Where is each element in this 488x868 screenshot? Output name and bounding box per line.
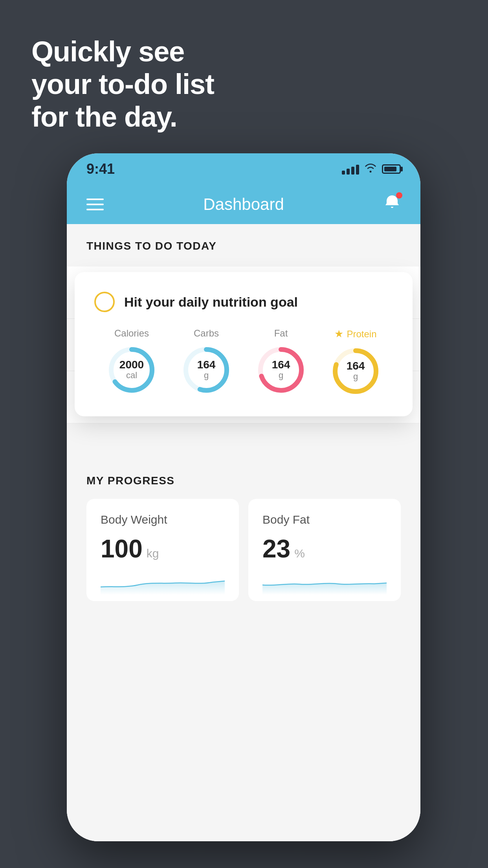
- body-fat-chart: [262, 571, 387, 595]
- progress-cards: Body Weight 100 kg: [86, 499, 401, 601]
- bell-icon[interactable]: [383, 194, 401, 215]
- nutrition-card: Hit your daily nutrition goal Calories: [75, 272, 413, 416]
- nutrition-calories: Calories 2000 cal: [106, 328, 157, 395]
- body-fat-card: Body Fat 23 %: [248, 499, 401, 601]
- nutrition-fat: Fat 164 g: [255, 328, 306, 395]
- fat-donut: 164 g: [255, 344, 306, 395]
- progress-title: MY PROGRESS: [86, 474, 174, 487]
- carbs-unit: g: [197, 370, 216, 381]
- calories-donut: 2000 cal: [106, 344, 157, 395]
- nutrition-protein: ★ Protein 164 g: [330, 328, 381, 397]
- battery-icon: [382, 164, 401, 174]
- main-content: THINGS TO DO TODAY Hit your daily nutrit…: [67, 224, 420, 841]
- nav-bar: Dashboard: [67, 185, 420, 224]
- body-weight-chart: [101, 571, 225, 595]
- carbs-donut: 164 g: [181, 344, 232, 395]
- fat-value: 164: [272, 359, 290, 370]
- carbs-value: 164: [197, 359, 216, 370]
- nutrition-checkbox[interactable]: [94, 292, 115, 312]
- status-time: 9:41: [86, 161, 115, 177]
- body-weight-card: Body Weight 100 kg: [86, 499, 239, 601]
- status-icons: [342, 163, 401, 176]
- nutrition-circles: Calories 2000 cal: [94, 328, 393, 397]
- fat-unit: g: [272, 370, 290, 381]
- status-bar: 9:41: [67, 153, 420, 185]
- signal-icon: [342, 164, 359, 175]
- spacer: [67, 423, 420, 455]
- nutrition-card-title: Hit your daily nutrition goal: [124, 294, 298, 310]
- body-weight-label: Body Weight: [101, 513, 225, 526]
- things-title: THINGS TO DO TODAY: [86, 240, 216, 252]
- fat-label: Fat: [274, 328, 288, 339]
- phone-mockup: 9:41: [67, 153, 420, 841]
- menu-button[interactable]: [86, 199, 104, 210]
- body-fat-label: Body Fat: [262, 513, 387, 526]
- body-fat-value: 23: [262, 534, 290, 563]
- body-weight-value: 100: [101, 534, 143, 563]
- carbs-label: Carbs: [194, 328, 219, 339]
- things-section: THINGS TO DO TODAY: [67, 224, 420, 260]
- progress-section: MY PROGRESS Body Weight 100 kg: [67, 455, 420, 613]
- nutrition-carbs: Carbs 164 g: [181, 328, 232, 395]
- protein-unit: g: [347, 371, 365, 382]
- protein-label: ★ Protein: [334, 328, 376, 340]
- body-weight-unit: kg: [147, 547, 159, 560]
- protein-value: 164: [347, 360, 365, 371]
- calories-unit: cal: [119, 370, 144, 381]
- notification-dot: [396, 192, 402, 199]
- calories-value: 2000: [119, 359, 144, 370]
- body-fat-unit: %: [294, 547, 305, 560]
- hero-text: Quickly see your to-do list for the day.: [31, 35, 214, 133]
- nav-title: Dashboard: [203, 195, 284, 214]
- protein-donut: 164 g: [330, 346, 381, 397]
- wifi-icon: [364, 163, 377, 176]
- star-icon: ★: [334, 328, 343, 340]
- calories-label: Calories: [114, 328, 149, 339]
